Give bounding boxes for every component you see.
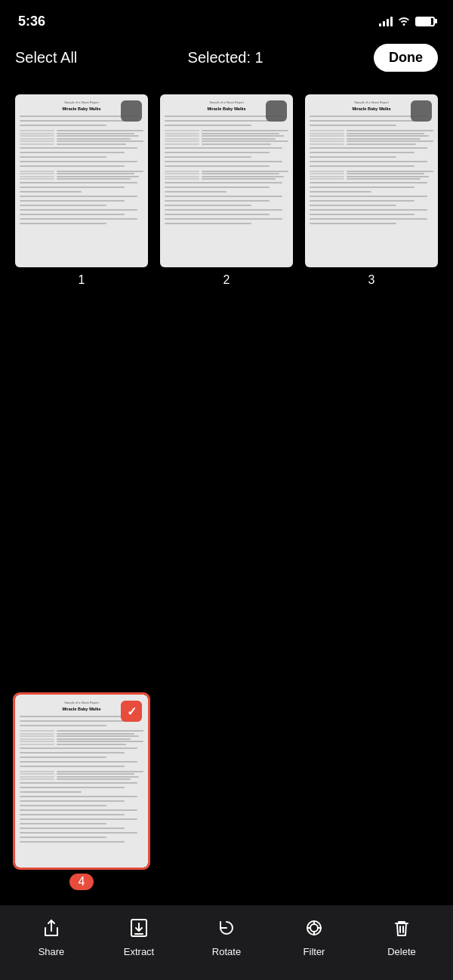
filter-label: Filter: [304, 946, 325, 957]
page-number-1: 1: [79, 273, 85, 287]
extract-icon: [128, 917, 149, 941]
page-checkbox-3[interactable]: [411, 100, 432, 122]
battery-icon: [415, 17, 435, 26]
done-button[interactable]: Done: [374, 44, 438, 72]
filter-button[interactable]: Filter: [291, 917, 337, 957]
rotate-label: Rotate: [212, 946, 241, 957]
status-icons: [379, 15, 435, 28]
pages-grid-row2: Sample of a News Report Miracle Baby Wal…: [0, 695, 453, 905]
filter-icon: [304, 917, 325, 941]
page-thumbnail-3[interactable]: Sample of a News Report Miracle Baby Wal…: [305, 94, 438, 267]
share-button[interactable]: Share: [29, 917, 74, 957]
page-number-4: 4: [69, 874, 94, 890]
toolbar: Share Extract Rotate: [0, 905, 453, 980]
pages-grid-row1: Sample of a News Report Miracle Baby Wal…: [0, 87, 453, 695]
rotate-icon: [216, 917, 237, 941]
header: Select All Selected: 1 Done: [0, 36, 453, 87]
page-checkbox-1[interactable]: [121, 100, 142, 122]
status-bar: 5:36: [0, 0, 453, 36]
signal-icon: [379, 16, 393, 26]
extract-button[interactable]: Extract: [116, 917, 162, 957]
page-thumbnail-4[interactable]: Sample of a News Report Miracle Baby Wal…: [15, 695, 148, 868]
selected-count: Selected: 1: [188, 49, 263, 66]
page-checkbox-4[interactable]: [121, 701, 142, 722]
share-icon: [41, 917, 62, 941]
page-item-2[interactable]: Sample of a News Report Miracle Baby Wal…: [160, 94, 293, 687]
page-checkbox-2[interactable]: [266, 100, 287, 122]
delete-label: Delete: [387, 946, 416, 957]
page-item-3[interactable]: Sample of a News Report Miracle Baby Wal…: [305, 94, 438, 687]
svg-point-4: [310, 924, 318, 932]
page-number-3: 3: [368, 273, 375, 287]
select-all-button[interactable]: Select All: [15, 49, 77, 66]
extract-label: Extract: [124, 946, 154, 957]
page-thumbnail-2[interactable]: Sample of a News Report Miracle Baby Wal…: [160, 94, 293, 267]
wifi-icon: [397, 15, 411, 28]
rotate-button[interactable]: Rotate: [204, 917, 249, 957]
page-number-2: 2: [223, 273, 230, 287]
page-item-4[interactable]: Sample of a News Report Miracle Baby Wal…: [15, 695, 148, 890]
share-label: Share: [39, 946, 65, 957]
status-time: 5:36: [18, 14, 45, 29]
delete-button[interactable]: Delete: [379, 917, 424, 957]
page-thumbnail-1[interactable]: Sample of a News Report Miracle Baby Wal…: [15, 94, 148, 267]
page-item-1[interactable]: Sample of a News Report Miracle Baby Wal…: [15, 94, 148, 687]
delete-icon: [391, 917, 412, 941]
